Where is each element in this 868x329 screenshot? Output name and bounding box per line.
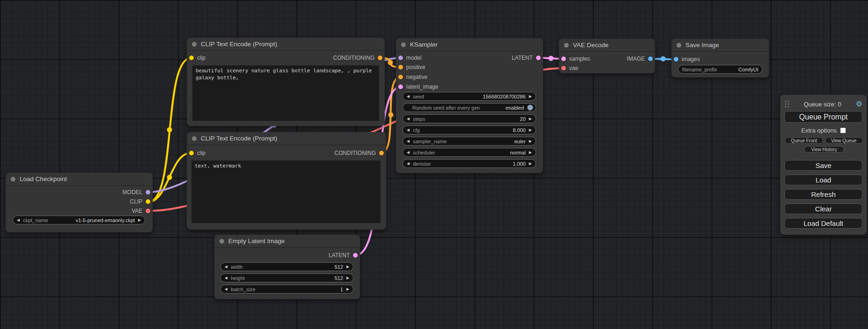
increment-arrow-icon[interactable]: ▶ bbox=[529, 128, 532, 132]
refresh-button[interactable]: Refresh bbox=[784, 189, 862, 200]
seed-widget[interactable]: ◀ seed 156680208700286 ▶ bbox=[402, 92, 536, 101]
toggle-enabled-icon[interactable] bbox=[527, 105, 533, 111]
queue-front-button[interactable]: Queue Front bbox=[785, 137, 823, 144]
node-clip-text-encode-positive[interactable]: CLIP Text Encode (Prompt) clip CONDITION… bbox=[187, 38, 385, 126]
output-slot-model[interactable]: MODEL bbox=[122, 189, 150, 196]
conditioning-slot-icon[interactable] bbox=[378, 56, 382, 60]
decrement-arrow-icon[interactable]: ◀ bbox=[407, 140, 409, 143]
scheduler-widget[interactable]: ◀ scheduler normal ▶ bbox=[402, 148, 536, 157]
latent-slot-icon[interactable] bbox=[398, 84, 403, 89]
increment-arrow-icon[interactable]: ▶ bbox=[529, 151, 532, 154]
node-title-bar[interactable]: CLIP Text Encode (Prompt) bbox=[187, 38, 385, 51]
node-title-bar[interactable]: KSampler bbox=[396, 38, 543, 51]
increment-arrow-icon[interactable]: ▶ bbox=[529, 162, 532, 166]
collapse-dot-icon[interactable] bbox=[401, 42, 406, 47]
input-slot-vae[interactable]: vae bbox=[561, 65, 578, 71]
latent-slot-icon[interactable] bbox=[536, 56, 541, 60]
output-slot-image[interactable]: IMAGE bbox=[627, 56, 653, 62]
node-clip-text-encode-negative[interactable]: CLIP Text Encode (Prompt) clip CONDITION… bbox=[187, 132, 386, 230]
load-default-button[interactable]: Load Default bbox=[784, 218, 862, 229]
model-slot-icon[interactable] bbox=[398, 56, 403, 60]
node-save-image[interactable]: Save Image images filename_prefix ComfyU… bbox=[671, 39, 769, 77]
input-slot-images[interactable]: images bbox=[674, 56, 700, 63]
conditioning-slot-icon[interactable] bbox=[398, 65, 403, 70]
conditioning-slot-icon[interactable] bbox=[398, 75, 403, 79]
conditioning-slot-icon[interactable] bbox=[379, 151, 384, 155]
decrement-arrow-icon[interactable]: ◀ bbox=[225, 276, 227, 280]
clip-slot-icon[interactable] bbox=[189, 56, 194, 60]
comfyui-canvas[interactable]: Load Checkpoint MODEL CLIP VAE ◀ ckpt_na… bbox=[0, 0, 868, 329]
latent-slot-icon[interactable] bbox=[353, 253, 358, 258]
image-slot-icon[interactable] bbox=[648, 56, 653, 61]
input-slot-clip[interactable]: clip bbox=[189, 150, 205, 156]
decrement-arrow-icon[interactable]: ◀ bbox=[407, 117, 409, 121]
output-slot-vae[interactable]: VAE bbox=[132, 208, 150, 214]
cfg-widget[interactable]: ◀ cfg 8.000 ▶ bbox=[402, 126, 536, 134]
node-empty-latent-image[interactable]: Empty Latent Image LATENT ◀ width 512 ▶ … bbox=[214, 235, 360, 299]
batch-size-widget[interactable]: ◀ batch_size 1 ▶ bbox=[220, 285, 353, 294]
input-slot-model[interactable]: model bbox=[398, 55, 422, 61]
image-slot-icon[interactable] bbox=[674, 57, 678, 62]
decrement-arrow-icon[interactable]: ◀ bbox=[407, 162, 409, 166]
output-slot-latent[interactable]: LATENT bbox=[512, 55, 541, 61]
input-slot-negative[interactable]: negative bbox=[398, 74, 427, 80]
node-load-checkpoint[interactable]: Load Checkpoint MODEL CLIP VAE ◀ ckpt_na… bbox=[6, 173, 153, 232]
filename-prefix-widget[interactable]: filename_prefix ComfyUI bbox=[678, 65, 762, 74]
collapse-dot-icon[interactable] bbox=[564, 43, 569, 48]
save-button[interactable]: Save bbox=[784, 160, 862, 171]
increment-arrow-icon[interactable]: ▶ bbox=[529, 140, 532, 143]
view-history-button[interactable]: View History bbox=[804, 146, 844, 153]
input-slot-positive[interactable]: positive bbox=[398, 64, 425, 70]
output-slot-latent[interactable]: LATENT bbox=[329, 252, 358, 259]
node-title-bar[interactable]: Load Checkpoint bbox=[6, 173, 153, 186]
collapse-dot-icon[interactable] bbox=[192, 42, 197, 47]
output-slot-conditioning[interactable]: CONDITIONING bbox=[334, 150, 384, 156]
node-title-bar[interactable]: CLIP Text Encode (Prompt) bbox=[187, 132, 386, 145]
collapse-dot-icon[interactable] bbox=[11, 177, 15, 182]
queue-prompt-button[interactable]: Queue Prompt bbox=[784, 111, 862, 123]
increment-arrow-icon[interactable]: ▶ bbox=[529, 117, 532, 121]
steps-widget[interactable]: ◀ steps 20 ▶ bbox=[402, 114, 536, 123]
clear-button[interactable]: Clear bbox=[784, 203, 862, 214]
prompt-textarea[interactable]: text, watermark bbox=[191, 161, 381, 223]
node-title-bar[interactable]: Save Image bbox=[671, 39, 769, 52]
collapse-dot-icon[interactable] bbox=[677, 43, 681, 48]
view-queue-button[interactable]: View Queue bbox=[825, 137, 863, 144]
input-slot-latent-image[interactable]: latent_image bbox=[398, 84, 438, 90]
increment-arrow-icon[interactable]: ▶ bbox=[346, 287, 349, 291]
decrement-arrow-icon[interactable]: ◀ bbox=[407, 151, 409, 154]
sampler-name-widget[interactable]: ◀ sampler_name euler ▶ bbox=[402, 137, 536, 146]
node-ksampler[interactable]: KSampler model positive negative latent_… bbox=[396, 38, 543, 173]
width-widget[interactable]: ◀ width 512 ▶ bbox=[220, 262, 353, 271]
vae-slot-icon[interactable] bbox=[146, 209, 150, 213]
input-slot-samples[interactable]: samples bbox=[561, 56, 590, 62]
clip-slot-icon[interactable] bbox=[189, 151, 194, 155]
output-slot-conditioning[interactable]: CONDITIONING bbox=[333, 55, 382, 61]
output-slot-clip[interactable]: CLIP bbox=[130, 198, 150, 205]
ckpt-name-widget[interactable]: ◀ ckpt_name v1-5-pruned-emaonly.ckpt ▶ bbox=[13, 216, 145, 224]
vae-slot-icon[interactable] bbox=[561, 66, 566, 70]
increment-arrow-icon[interactable]: ▶ bbox=[346, 276, 349, 280]
decrement-arrow-icon[interactable]: ◀ bbox=[17, 218, 20, 222]
increment-arrow-icon[interactable]: ▶ bbox=[529, 95, 532, 98]
prompt-textarea[interactable]: beautiful scenery nature glass bottle la… bbox=[192, 65, 379, 121]
decrement-arrow-icon[interactable]: ◀ bbox=[225, 287, 227, 291]
decrement-arrow-icon[interactable]: ◀ bbox=[407, 128, 409, 132]
denoise-widget[interactable]: ◀ denoise 1.000 ▶ bbox=[402, 159, 536, 168]
node-vae-decode[interactable]: VAE Decode samples vae IMAGE bbox=[559, 39, 655, 73]
height-widget[interactable]: ◀ height 512 ▶ bbox=[220, 273, 353, 282]
collapse-dot-icon[interactable] bbox=[219, 239, 224, 244]
latent-slot-icon[interactable] bbox=[561, 56, 566, 61]
model-slot-icon[interactable] bbox=[146, 190, 150, 195]
clip-slot-icon[interactable] bbox=[146, 199, 150, 204]
load-button[interactable]: Load bbox=[784, 175, 862, 185]
decrement-arrow-icon[interactable]: ◀ bbox=[225, 265, 227, 269]
increment-arrow-icon[interactable]: ▶ bbox=[138, 218, 141, 222]
drag-handle-icon[interactable] bbox=[785, 101, 789, 108]
node-title-bar[interactable]: VAE Decode bbox=[559, 39, 655, 52]
settings-gear-icon[interactable]: ⚙ bbox=[856, 100, 862, 108]
input-slot-clip[interactable]: clip bbox=[189, 55, 205, 61]
random-seed-toggle-widget[interactable]: Random seed after every gen enabled bbox=[402, 103, 536, 112]
extra-options-checkbox[interactable] bbox=[840, 128, 846, 133]
node-title-bar[interactable]: Empty Latent Image bbox=[214, 235, 360, 248]
